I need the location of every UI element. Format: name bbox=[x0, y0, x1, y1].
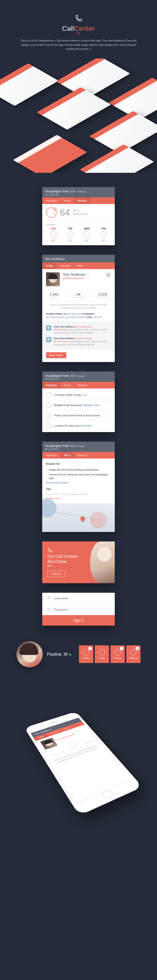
forecast-day[interactable]: TUE80° bbox=[63, 228, 77, 242]
forecast-icon bbox=[67, 231, 73, 238]
forecast-row: MON80° TUE80° WED40° THU60° bbox=[46, 228, 111, 242]
park-icon bbox=[46, 402, 51, 408]
user-icon bbox=[46, 596, 51, 600]
hero-description: This is a UI kit I designed for a Call c… bbox=[16, 38, 141, 51]
tab-weather[interactable]: Weather bbox=[74, 452, 90, 458]
svg-rect-1 bbox=[48, 609, 50, 611]
location-icon bbox=[46, 423, 51, 428]
hero-subtitle: UI bbox=[10, 32, 147, 35]
phone-logo-icon bbox=[74, 14, 83, 22]
twitter-icon bbox=[46, 325, 51, 331]
svg-point-0 bbox=[48, 597, 50, 598]
forecast-icon bbox=[50, 231, 56, 238]
isometric-showcase bbox=[0, 58, 157, 173]
weather-icon-partly-cloudy bbox=[46, 207, 56, 218]
highlight-item: Police clear bomb threat at local school bbox=[42, 410, 115, 421]
hero-section: CallCenter UI This is a UI kit I designe… bbox=[0, 0, 157, 58]
weather-current: 64 °F °C Partly Cloudy bbox=[46, 207, 111, 221]
recommend-update-link[interactable]: Recommend Update bbox=[46, 481, 68, 484]
person-icon bbox=[115, 649, 121, 655]
forecast-day[interactable]: THU60° bbox=[96, 228, 111, 242]
close-icon[interactable]: ✕ bbox=[106, 272, 111, 278]
map-view[interactable] bbox=[42, 503, 115, 532]
tab-highlights[interactable]: Highlights bbox=[42, 382, 60, 388]
known-for-item: Scenes from the Terminator were shot nea… bbox=[46, 473, 111, 481]
tweets-list: From Tom Smithson @tomsmithson96@ACMECar… bbox=[42, 321, 115, 350]
tab-twitter[interactable]: Twitter bbox=[42, 262, 56, 269]
city-distance: (40 Miles East) bbox=[46, 497, 111, 500]
promo-panel: Our Call CentersAre Online 24/7 Call Us bbox=[42, 541, 115, 583]
unit-celsius[interactable]: °C bbox=[77, 210, 80, 212]
tool-badge: 2 bbox=[136, 647, 139, 650]
city-description: Closest Major City is Los Angeles, Calif… bbox=[46, 493, 111, 496]
notable-follows: Notable Follows: Us @ACMECares Competito… bbox=[42, 312, 115, 321]
highlight-item: Currently Partly Cloudy (edit) bbox=[42, 390, 115, 400]
tool-person[interactable]: 7 Person bbox=[111, 645, 125, 663]
call-us-button[interactable]: Call Us bbox=[48, 571, 65, 577]
tab-highlights[interactable]: Highlights bbox=[42, 197, 60, 204]
location-time: 08:11 AM PDT bbox=[45, 194, 112, 196]
weather-temp: 64 bbox=[60, 208, 70, 217]
tweet-item: From Tom Smithson @tomsmithson96@ACMECar… bbox=[46, 336, 111, 347]
tab-other[interactable]: Other bbox=[73, 262, 87, 269]
highlight-item: Located 30 miles east of Seattle bbox=[42, 421, 115, 431]
password-field-row[interactable] bbox=[42, 604, 115, 615]
tool-place[interactable]: Place bbox=[95, 645, 109, 663]
known-for-list: Hosted the 2013 World Surfing Championsh… bbox=[46, 468, 111, 481]
weather-panel: Hungtington Park, CA (Change) 08:11 AM P… bbox=[42, 187, 115, 245]
about-panel: Hungtington Park, CA(Change) 08:11 AM PD… bbox=[42, 442, 115, 532]
lock-icon bbox=[46, 607, 51, 611]
promo-title: Our Call CentersAre Online bbox=[48, 554, 109, 564]
weather-condition: Partly Cloudy bbox=[73, 213, 87, 215]
signin-button[interactable]: Sign in bbox=[42, 615, 115, 625]
tab-about[interactable]: About bbox=[60, 197, 74, 204]
profile-name: Tom SmithsonTM bbox=[63, 272, 103, 277]
history-icon bbox=[83, 649, 89, 655]
tab-linkedin[interactable]: LinkedIn bbox=[56, 262, 73, 269]
tab-about[interactable]: About bbox=[60, 452, 74, 458]
profile-handle[interactable]: @TomSmithson96 bbox=[63, 277, 103, 280]
tool-history[interactable]: 7 History bbox=[79, 645, 93, 663]
place-icon bbox=[99, 649, 105, 655]
online-status-icon bbox=[69, 654, 71, 655]
location-bar: Hungtington Park, CA(Change) 08:11 AM PD… bbox=[42, 372, 115, 382]
login-panel: Sign in bbox=[42, 593, 115, 625]
agent-toolbar: Paulina .W 7 History Place 7 Person 2 Wr… bbox=[16, 640, 141, 668]
agent-avatar bbox=[16, 641, 43, 667]
forecast-day[interactable]: MON80° bbox=[46, 228, 61, 242]
profile-tabs: Twitter LinkedIn Other bbox=[42, 262, 115, 269]
username-input[interactable] bbox=[54, 597, 111, 600]
stat-tweets[interactable]: 2,342TWEETS bbox=[42, 290, 67, 301]
news-icon bbox=[46, 413, 51, 418]
profile-panel: Tom Smithson Twitter LinkedIn Other Tom … bbox=[42, 255, 115, 362]
tool-badge: 7 bbox=[120, 647, 123, 650]
hero-title: CallCenter UI bbox=[10, 25, 147, 35]
stat-following[interactable]: 44FOLLOWING bbox=[67, 290, 91, 301]
city-section-title: City bbox=[46, 487, 111, 492]
more-tweets-button[interactable]: More Tweets bbox=[46, 352, 66, 358]
stat-followers[interactable]: 3,023FOLLOWERS bbox=[91, 290, 115, 301]
profile-header-name: Tom Smithson bbox=[45, 257, 65, 261]
weather-tabs: Highlights About Weather bbox=[42, 197, 115, 204]
tab-weather[interactable]: Weather bbox=[74, 382, 90, 388]
tab-about[interactable]: About bbox=[60, 382, 74, 388]
agent-name: Paulina .W bbox=[47, 652, 71, 657]
password-input[interactable] bbox=[54, 608, 111, 611]
known-for-title: Known For bbox=[46, 462, 111, 466]
tool-wrapup[interactable]: 2 Wrap-up bbox=[126, 645, 141, 663]
username-field-row[interactable] bbox=[42, 593, 115, 604]
profile-stats: 2,342TWEETS 44FOLLOWING 3,023FOLLOWERS bbox=[42, 290, 115, 301]
tab-highlights[interactable]: Highlights bbox=[42, 452, 60, 458]
forecast-icon bbox=[101, 231, 107, 238]
profile-avatar bbox=[46, 272, 60, 286]
forecast-icon bbox=[84, 231, 90, 238]
profile-bio: Tom is a customer service executive with… bbox=[42, 301, 115, 312]
unit-fahrenheit[interactable]: °F bbox=[73, 210, 75, 212]
forecast-label: Forecast bbox=[46, 223, 111, 226]
tweet-item: From Tom Smithson @tomsmithson96@ACMECar… bbox=[46, 324, 111, 336]
location-bar: Hungtington Park, CA (Change) 08:11 AM P… bbox=[42, 187, 115, 197]
forecast-day[interactable]: WED40° bbox=[80, 228, 94, 242]
tab-weather[interactable]: Weather bbox=[74, 197, 90, 204]
cloud-icon bbox=[46, 392, 51, 398]
location-change-link[interactable]: (Change) bbox=[77, 191, 86, 193]
